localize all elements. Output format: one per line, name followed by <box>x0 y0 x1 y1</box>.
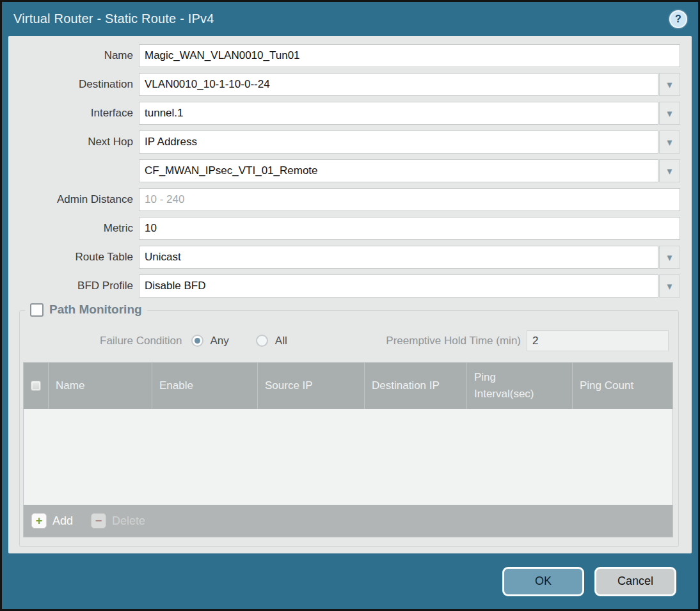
column-label: Source IP <box>265 379 313 392</box>
table-header-checkbox-cell <box>24 363 48 409</box>
help-icon[interactable]: ? <box>669 10 687 28</box>
failure-condition-all-option[interactable]: All <box>256 335 287 347</box>
destination-input[interactable] <box>139 73 658 96</box>
cancel-button[interactable]: Cancel <box>594 567 676 596</box>
column-label: Ping Count <box>580 379 633 392</box>
failure-condition-all-label: All <box>275 335 287 347</box>
add-button-label: Add <box>52 514 73 528</box>
plus-icon: + <box>31 513 47 528</box>
table-header-ping-count[interactable]: Ping Count <box>572 363 672 409</box>
radio-selected-icon <box>191 335 203 347</box>
name-input[interactable] <box>139 44 680 67</box>
metric-input[interactable] <box>139 217 680 240</box>
column-label: Enable <box>159 379 193 392</box>
metric-field <box>139 217 680 240</box>
interface-input[interactable] <box>139 102 658 125</box>
next-hop-row: Next Hop ▼ <box>8 131 680 154</box>
table-header-ping-interval[interactable]: Ping Interval(sec) <box>466 363 572 409</box>
delete-button[interactable]: − Delete <box>91 513 145 528</box>
dialog-footer: OK Cancel <box>2 553 698 609</box>
table-header-destination-ip[interactable]: Destination IP <box>364 363 466 409</box>
table-toolbar: + Add − Delete <box>24 505 672 537</box>
destination-row: Destination ▼ <box>8 73 680 96</box>
admin-distance-input[interactable] <box>139 188 680 211</box>
chevron-down-icon: ▼ <box>665 253 674 262</box>
admin-distance-row: Admin Distance <box>8 188 680 211</box>
interface-field: ▼ <box>139 102 680 125</box>
failure-condition-row: Failure Condition Any All Preemptive Hol… <box>23 330 673 351</box>
next-hop-dropdown-button[interactable]: ▼ <box>659 131 680 154</box>
path-monitoring-checkbox[interactable] <box>30 303 44 317</box>
interface-dropdown-button[interactable]: ▼ <box>659 102 680 125</box>
failure-condition-label: Failure Condition <box>100 335 182 347</box>
bfd-profile-label: BFD Profile <box>8 280 133 292</box>
chevron-down-icon: ▼ <box>665 167 674 175</box>
add-button[interactable]: + Add <box>31 513 73 528</box>
next-hop-address-row: ▼ <box>8 159 680 182</box>
radio-unselected-icon <box>256 335 268 347</box>
chevron-down-icon: ▼ <box>665 81 674 89</box>
column-label: Name <box>56 379 84 392</box>
table-header-enable[interactable]: Enable <box>152 363 257 409</box>
table-empty-body <box>24 409 672 505</box>
path-monitoring-section: Path Monitoring Failure Condition Any Al… <box>19 310 679 547</box>
name-row: Name <box>8 44 680 67</box>
interface-row: Interface ▼ <box>8 102 680 125</box>
admin-distance-label: Admin Distance <box>8 193 133 206</box>
help-icon-glyph: ? <box>675 13 681 25</box>
failure-condition-any-label: Any <box>211 335 229 347</box>
path-monitoring-legend: Path Monitoring <box>25 303 147 317</box>
chevron-down-icon: ▼ <box>665 109 674 118</box>
preemptive-hold-time-label: Preemptive Hold Time (min) <box>386 335 521 347</box>
preemptive-hold-time-input[interactable] <box>527 330 669 351</box>
bfd-profile-row: BFD Profile ▼ <box>8 274 680 298</box>
next-hop-type-input[interactable] <box>139 131 658 154</box>
column-label: Ping Interval(sec) <box>474 369 543 403</box>
next-hop-field: ▼ <box>139 131 680 154</box>
chevron-down-icon: ▼ <box>665 282 674 290</box>
table-header-name[interactable]: Name <box>48 363 152 409</box>
interface-label: Interface <box>8 107 133 120</box>
failure-condition-radio-group: Any All <box>191 335 287 347</box>
route-table-dropdown-button[interactable]: ▼ <box>659 246 680 269</box>
ok-button[interactable]: OK <box>502 567 584 596</box>
chevron-down-icon: ▼ <box>665 138 674 147</box>
destination-field: ▼ <box>139 73 680 96</box>
bfd-profile-input[interactable] <box>139 274 658 298</box>
dialog-body: Name Destination ▼ Interface ▼ <box>8 36 692 553</box>
destination-dropdown-button[interactable]: ▼ <box>659 73 680 96</box>
name-label: Name <box>8 49 133 62</box>
path-monitoring-table: Name Enable Source IP Destination IP Pin… <box>23 362 673 537</box>
table-header-row: Name Enable Source IP Destination IP Pin… <box>24 363 672 409</box>
select-all-checkbox[interactable] <box>31 381 41 391</box>
destination-label: Destination <box>8 78 133 91</box>
minus-icon: − <box>91 513 106 528</box>
metric-row: Metric <box>8 217 680 240</box>
next-hop-label: Next Hop <box>8 136 133 148</box>
path-monitoring-title: Path Monitoring <box>49 303 142 317</box>
name-field <box>139 44 680 67</box>
next-hop-address-field: ▼ <box>139 159 680 182</box>
admin-distance-field <box>139 188 680 211</box>
dialog-title: Virtual Router - Static Route - IPv4 <box>13 12 214 26</box>
metric-label: Metric <box>8 222 133 235</box>
route-table-row: Route Table ▼ <box>8 246 680 269</box>
static-route-dialog: Virtual Router - Static Route - IPv4 ? N… <box>0 0 700 611</box>
delete-button-label: Delete <box>112 514 145 528</box>
bfd-profile-field: ▼ <box>139 274 680 298</box>
table-header-source-ip[interactable]: Source IP <box>257 363 364 409</box>
route-table-field: ▼ <box>139 246 680 269</box>
column-label: Destination IP <box>372 379 440 392</box>
next-hop-address-input[interactable] <box>139 159 658 182</box>
route-table-label: Route Table <box>8 251 133 264</box>
failure-condition-any-option[interactable]: Any <box>191 335 229 347</box>
bfd-profile-dropdown-button[interactable]: ▼ <box>659 274 680 298</box>
title-bar: Virtual Router - Static Route - IPv4 ? <box>2 2 698 34</box>
next-hop-address-dropdown-button[interactable]: ▼ <box>659 159 680 182</box>
route-table-input[interactable] <box>139 246 658 269</box>
